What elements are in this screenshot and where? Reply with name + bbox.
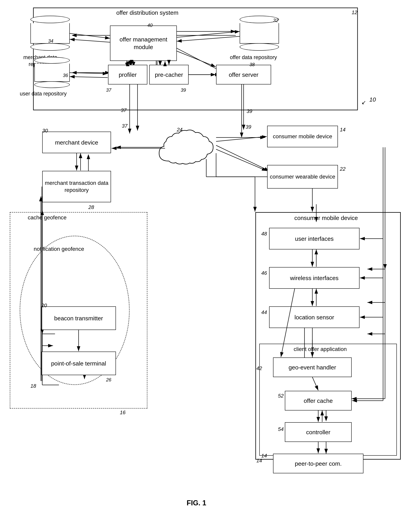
svg-text:39: 39	[246, 108, 252, 114]
ref-39: 39	[181, 87, 186, 93]
ref-24: 24	[177, 127, 183, 133]
ref-18: 18	[30, 383, 36, 389]
ref-50: 54	[278, 426, 284, 432]
location-sensor: location sensor	[269, 306, 359, 328]
svg-line-66	[216, 137, 267, 141]
wireless-interfaces: wireless interfaces	[269, 267, 359, 289]
ref-38: 38	[249, 62, 255, 67]
svg-line-48	[70, 39, 110, 42]
ref-28: 28	[88, 204, 94, 210]
svg-line-50	[177, 36, 240, 41]
offer-data-repository-label: offer data repository	[228, 54, 279, 61]
merchant-device: merchant device	[42, 131, 111, 153]
svg-line-51	[70, 73, 108, 74]
consumer-mobile-device-bottom-label: consumer mobile device	[291, 214, 361, 222]
network-cloud	[153, 126, 216, 173]
ref-52: 52	[278, 393, 284, 399]
offer-server: offer server	[216, 65, 271, 84]
fig-caption: FIG. 1	[157, 499, 236, 507]
svg-line-49	[177, 31, 240, 37]
svg-text:39: 39	[245, 124, 251, 130]
ref-20: 20	[41, 302, 47, 309]
notification-geofence-label: notification geofence	[31, 245, 87, 253]
svg-text:37: 37	[122, 123, 128, 129]
svg-line-67	[216, 149, 267, 171]
point-of-sale-terminal: point-of-sale terminal	[41, 351, 116, 375]
ref-42: 42	[256, 365, 262, 371]
offer-distribution-system-label: offer distribution system	[79, 9, 216, 17]
ref-40: 40	[147, 23, 153, 28]
profiler: profiler	[108, 65, 147, 84]
cache-geofence-label: cache geofence	[18, 214, 77, 221]
consumer-wearable-device: consumer wearable device	[267, 165, 338, 189]
pre-cacher: pre-cacher	[149, 65, 189, 84]
ref-30: 30	[42, 128, 48, 134]
svg-line-52	[70, 77, 108, 78]
ref-46: 46	[261, 270, 267, 276]
offer-cache: offer cache	[285, 391, 352, 410]
ref-22: 22	[340, 166, 346, 172]
ref-48: 48	[261, 231, 267, 237]
ref-16: 16	[120, 410, 125, 416]
ref-26: 26	[106, 377, 111, 383]
offer-management-module: offer management module	[110, 26, 177, 61]
merchant-data-repository	[30, 16, 70, 51]
svg-rect-3	[33, 8, 358, 110]
peer-to-peer: peer-to-peer com.	[273, 454, 363, 473]
ref-10: 10	[369, 96, 376, 103]
ref-44: 44	[261, 309, 267, 315]
svg-line-28	[216, 145, 269, 171]
svg-line-53	[126, 61, 130, 65]
geo-event-handler: geo-event handler	[273, 358, 352, 377]
diagram: offer distribution system 12 merchant da…	[0, 0, 420, 511]
client-offer-application-label: client offer application	[281, 346, 359, 353]
user-interfaces: user interfaces	[269, 228, 359, 249]
ref-36: 36	[63, 73, 68, 78]
svg-line-54	[128, 61, 130, 61]
ref-32: 32	[273, 18, 278, 23]
ref-12: 12	[352, 9, 357, 16]
controller: controller	[285, 422, 352, 442]
svg-line-47	[70, 33, 110, 38]
ref-14-bottom: 14	[261, 453, 267, 459]
svg-line-60	[177, 51, 216, 67]
beacon-transmitter: beacon transmitter	[41, 306, 116, 330]
merchant-transaction-data-repository: merchant transaction data repository	[42, 171, 111, 202]
ref-37: 37	[106, 87, 111, 93]
ref-34: 34	[48, 38, 53, 44]
ref-14-top: 14	[340, 127, 346, 133]
consumer-mobile-device-top: consumer mobile device	[267, 126, 338, 147]
svg-text:37: 37	[121, 107, 127, 113]
user-data-repository-label: user data repository	[20, 90, 67, 97]
